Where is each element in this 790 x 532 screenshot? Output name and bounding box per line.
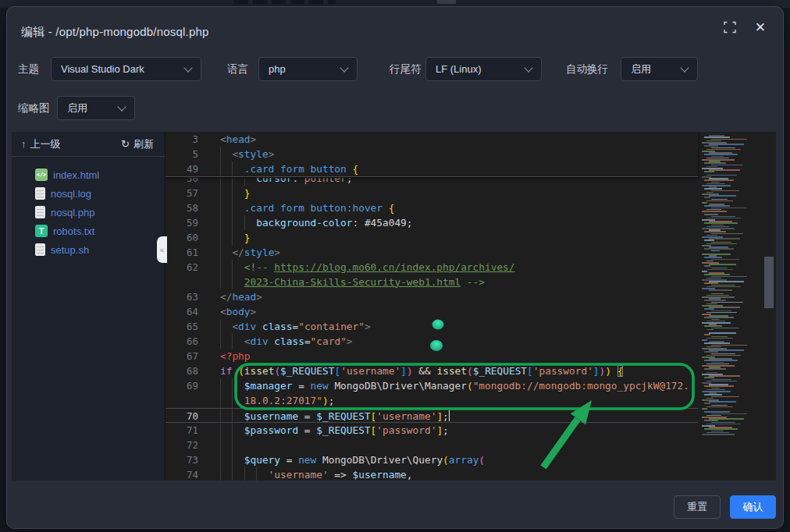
dialog-title: 编辑 - /opt/php-mongodb/nosql.php bbox=[21, 25, 209, 40]
indent-guide bbox=[220, 467, 221, 481]
close-icon[interactable]: × bbox=[753, 21, 767, 35]
editor-scrollbar bbox=[763, 132, 774, 481]
code-line[interactable]: 67<?php bbox=[165, 349, 698, 364]
code-line[interactable]: 18.0.2:27017"); bbox=[165, 393, 698, 408]
indent-guide bbox=[220, 147, 221, 161]
refresh-icon: ↻ bbox=[121, 138, 130, 150]
code-line[interactable]: 61</style> bbox=[165, 245, 698, 260]
theme-label: 主题 bbox=[18, 57, 39, 81]
indent-guide bbox=[232, 178, 233, 186]
language-select[interactable]: php bbox=[258, 57, 358, 81]
background-tabs bbox=[234, 0, 336, 4]
reset-button[interactable]: 重置 bbox=[674, 495, 721, 519]
minimap-select[interactable]: 启用 bbox=[57, 96, 135, 120]
code-text: <div class="container"> bbox=[232, 319, 370, 334]
indent-guide bbox=[244, 467, 245, 481]
sticky-scroll-header: 3<head>5<style>49.card form button { bbox=[165, 132, 698, 177]
code-text: } bbox=[244, 230, 251, 245]
indent-guide bbox=[220, 334, 221, 349]
eol-select[interactable]: LF (Linux) bbox=[425, 57, 542, 81]
indent-guide bbox=[232, 393, 233, 408]
line-number: 66 bbox=[165, 334, 198, 349]
confirm-button[interactable]: 确认 bbox=[730, 495, 776, 519]
text-cursor bbox=[449, 410, 450, 421]
chevron-down-icon bbox=[680, 63, 689, 72]
file-tree-panel: ↑上一级 ↻刷新 </>index.htmlnosql.lognosql.php… bbox=[12, 132, 165, 481]
code-line[interactable]: 59background-color: #45a049; bbox=[165, 215, 698, 230]
code-editor[interactable]: 57}58.card form button:hover {59backgrou… bbox=[165, 132, 776, 481]
code-line[interactable]: 5<style> bbox=[165, 147, 698, 161]
file-item[interactable]: Trobots.txt bbox=[12, 222, 165, 240]
refresh-button[interactable]: ↻刷新 bbox=[121, 132, 154, 156]
up-directory-button[interactable]: ↑上一级 bbox=[21, 132, 61, 156]
indent-guide bbox=[232, 186, 233, 200]
code-text: } bbox=[244, 186, 251, 200]
line-number: 62 bbox=[165, 260, 198, 275]
code-line[interactable]: 58.card form button:hover { bbox=[165, 200, 698, 215]
file-name: robots.txt bbox=[53, 225, 94, 237]
code-line[interactable]: 3<head> bbox=[165, 132, 698, 147]
code-text: </head> bbox=[220, 289, 262, 304]
indent-guide bbox=[232, 409, 233, 424]
minimap[interactable] bbox=[698, 132, 753, 481]
doc-file-icon bbox=[35, 243, 45, 256]
code-line[interactable]: 63</head> bbox=[165, 289, 698, 304]
indent-guide bbox=[232, 260, 233, 275]
code-line[interactable]: 68if (isset($_REQUEST['username']) && is… bbox=[165, 364, 698, 378]
indent-guide bbox=[220, 200, 221, 215]
code-line[interactable]: 64<body> bbox=[165, 304, 698, 319]
code-text: $username = $_REQUEST['username']; bbox=[244, 409, 450, 424]
code-line[interactable]: 73$query = new MongoDB\Driver\Query(arra… bbox=[165, 452, 698, 467]
code-line[interactable]: 74'username' => $username, bbox=[165, 467, 698, 481]
indent-guide bbox=[232, 378, 233, 393]
code-text: 'username' => $username, bbox=[269, 467, 413, 481]
indent-guide bbox=[220, 178, 221, 186]
indent-guide bbox=[220, 319, 221, 334]
line-number: 65 bbox=[165, 319, 198, 334]
code-text: <div class="card"> bbox=[244, 334, 353, 349]
file-item[interactable]: setup.sh bbox=[12, 240, 165, 259]
code-text: <style> bbox=[232, 147, 274, 161]
code-text: 18.0.2:27017"); bbox=[244, 393, 335, 408]
chevron-down-icon bbox=[117, 102, 126, 111]
code-line[interactable]: 65<div class="container"> bbox=[165, 319, 698, 334]
file-name: nosql.php bbox=[51, 207, 94, 218]
file-item[interactable]: nosql.log bbox=[12, 184, 165, 203]
indent-guide bbox=[220, 230, 221, 245]
code-line[interactable]: 72 bbox=[165, 438, 698, 452]
indent-guide bbox=[232, 334, 233, 349]
indent-guide bbox=[220, 260, 221, 275]
code-line[interactable]: 57} bbox=[165, 186, 698, 200]
code-line[interactable]: 70$username = $_REQUEST['username']; bbox=[165, 408, 698, 423]
scrollbar-thumb[interactable] bbox=[764, 257, 774, 308]
code-line[interactable]: 50cursor: pointer; bbox=[165, 178, 698, 186]
fullscreen-icon[interactable] bbox=[724, 21, 738, 35]
indent-guide bbox=[220, 438, 221, 452]
code-line[interactable]: 2023-China-Skills-Security-web1.html --> bbox=[165, 275, 698, 289]
word-wrap-select[interactable]: 启用 bbox=[621, 57, 698, 81]
code-text: <?php bbox=[220, 349, 251, 364]
chevron-down-icon bbox=[340, 63, 348, 72]
theme-select[interactable]: Visual Studio Dark bbox=[51, 57, 201, 81]
line-number: 3 bbox=[165, 132, 198, 147]
indent-guide bbox=[220, 245, 221, 260]
code-line[interactable]: 60} bbox=[165, 230, 698, 245]
code-text: background-color: #45a049; bbox=[256, 215, 412, 230]
word-wrap-label: 自动换行 bbox=[566, 57, 608, 81]
line-number: 59 bbox=[165, 215, 198, 230]
line-number: 70 bbox=[165, 409, 198, 424]
code-line[interactable]: 62<!-- https://blog.mo60.cn/index.php/ar… bbox=[165, 260, 698, 275]
indent-guide bbox=[220, 423, 221, 438]
file-item[interactable]: </>index.html bbox=[12, 165, 165, 184]
indent-guide bbox=[232, 215, 233, 230]
code-line[interactable]: 49.card form button { bbox=[165, 161, 698, 176]
code-line[interactable]: 66<div class="card"> bbox=[165, 334, 698, 349]
code-line[interactable]: 71$password = $_REQUEST['password']; bbox=[165, 423, 698, 438]
file-item[interactable]: nosql.php bbox=[12, 203, 165, 222]
code-line[interactable]: 69$manager = new MongoDB\Driver\Manager(… bbox=[165, 378, 698, 393]
code-text: .card form button { bbox=[244, 161, 358, 176]
minimap-label: 缩略图 bbox=[18, 96, 50, 120]
indent-guide bbox=[232, 275, 233, 289]
indent-guide bbox=[220, 378, 221, 393]
sidebar-collapse-handle[interactable]: « bbox=[157, 236, 167, 263]
